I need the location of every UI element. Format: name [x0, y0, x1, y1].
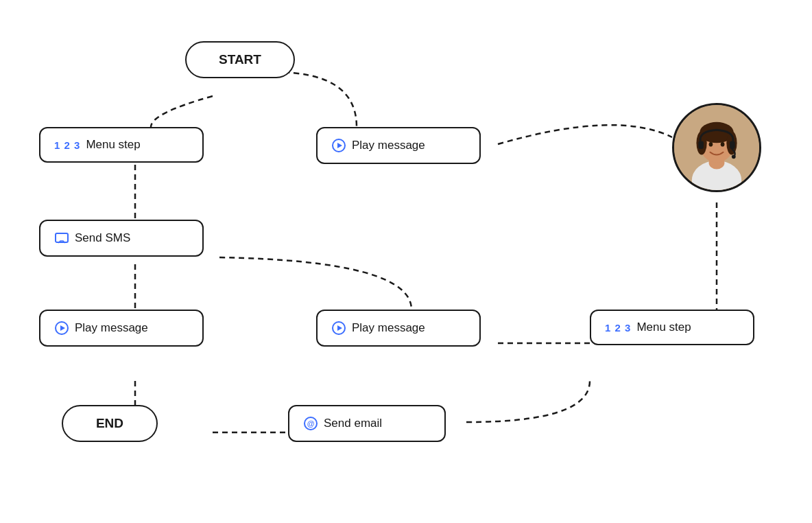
- end-label: END: [96, 416, 123, 431]
- svg-marker-4: [60, 325, 65, 331]
- play-icon-3: [331, 321, 346, 336]
- send-email-label: Send email: [324, 417, 382, 430]
- menu-step-2-icon: 1 2 3: [605, 322, 631, 334]
- send-sms-label: Send SMS: [75, 231, 130, 245]
- menu-step-2-label: Menu step: [636, 321, 691, 334]
- start-node[interactable]: START: [185, 41, 295, 78]
- svg-point-17: [721, 142, 725, 147]
- svg-marker-6: [337, 325, 342, 331]
- play-message-3-node[interactable]: Play message: [316, 310, 481, 347]
- play-icon-2: [54, 321, 69, 336]
- menu-step-2-node[interactable]: 1 2 3 Menu step: [590, 310, 754, 345]
- email-icon: @: [303, 416, 318, 431]
- svg-text:@: @: [307, 419, 315, 428]
- play-message-1-node[interactable]: Play message: [316, 127, 481, 164]
- play-message-3-label: Play message: [352, 321, 425, 335]
- send-sms-node[interactable]: Send SMS: [39, 220, 204, 257]
- arrows-layer: .dashed-arrow { fill: none; stroke: #1a1…: [0, 0, 812, 523]
- menu-step-1-icon: 1 2 3: [54, 139, 80, 151]
- play-message-2-label: Play message: [75, 321, 148, 335]
- menu-step-1-node[interactable]: 1 2 3 Menu step: [39, 127, 204, 163]
- svg-point-20: [732, 154, 736, 159]
- agent-photo: [672, 103, 761, 192]
- svg-point-16: [709, 142, 713, 147]
- svg-rect-19: [730, 141, 735, 148]
- svg-marker-1: [337, 143, 342, 148]
- play-message-2-node[interactable]: Play message: [39, 310, 204, 347]
- start-label: START: [219, 52, 261, 67]
- play-icon-1: [331, 138, 346, 153]
- send-email-node[interactable]: @ Send email: [288, 405, 446, 442]
- menu-step-1-label: Menu step: [86, 138, 140, 152]
- end-node[interactable]: END: [62, 405, 158, 442]
- svg-rect-18: [698, 141, 704, 148]
- flowchart-canvas: .dashed-arrow { fill: none; stroke: #1a1…: [0, 0, 812, 523]
- play-message-1-label: Play message: [352, 139, 425, 152]
- sms-icon: [54, 231, 69, 246]
